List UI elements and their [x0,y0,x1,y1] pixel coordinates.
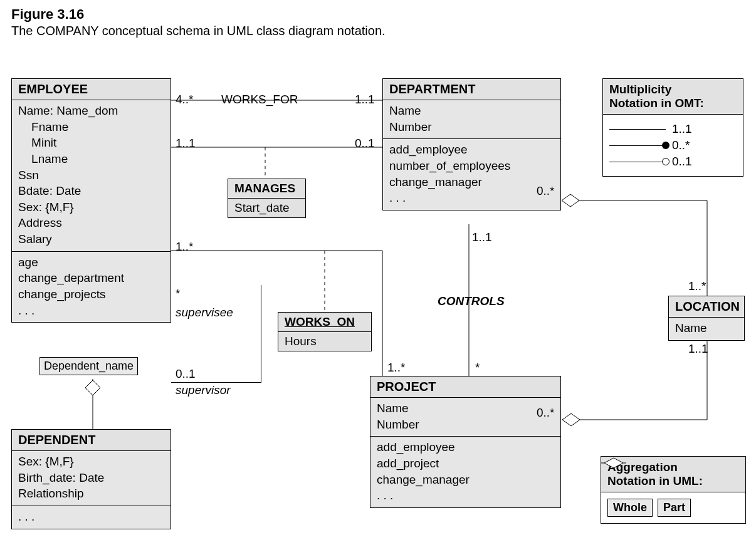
svg-marker-15 [604,458,623,468]
assoc-class-title: MANAGES [228,179,305,199]
qualifier-dependent-name: Dependent_name [39,357,138,375]
attr: Number [389,119,554,135]
class-operations: . . . [12,506,171,529]
attr: Sex: {M,F} [18,199,164,215]
class-title: EMPLOYEE [12,79,171,100]
mult-projloc-proj: 0..* [537,406,555,420]
svg-marker-14 [85,380,100,395]
figure-caption: The COMPANY conceptual schema in UML cla… [11,24,745,38]
attr: Birth_date: Date [18,470,164,486]
assoc-class-works-on: WORKS_ON Hours [278,312,372,351]
legend-uml-aggregation: Aggregation Notation in UML: Whole Part [601,456,746,524]
mult-controls-dept: 1..1 [472,231,492,244]
attr: Fname [18,119,164,135]
attr: Lname [18,151,164,167]
class-project: PROJECT Name Number add_employee add_pro… [370,376,561,508]
mult-deptloc-loc: 1..* [688,279,706,293]
op: add_employee [377,439,554,455]
class-title: PROJECT [370,376,560,398]
mult-works-on-proj: 1..* [387,361,406,375]
attr: Name [389,103,554,119]
class-dependent: DEPENDENT Sex: {M,F} Birth_date: Date Re… [11,429,171,529]
legend-row: 0..1 [609,155,737,169]
legend-title: Multiplicity Notation in OMT: [603,79,743,115]
mult-supervisor: 0..1 [176,367,196,381]
legend-title-line: Multiplicity [609,83,737,96]
mult-manages-dept: 0..1 [355,137,375,150]
op: age [18,254,164,271]
legend-row: 1..1 [609,122,737,136]
assoc-class-manages: MANAGES Start_date [228,179,306,218]
mult-works-for-dept: 1..1 [355,93,375,106]
class-title: DEPENDENT [12,430,171,451]
class-attributes: Name Number [370,398,560,437]
attr: Number [377,417,554,433]
legend-value: 1..1 [672,122,692,136]
legend-row: 0..* [609,138,737,152]
role-label-supervisee: supervisee [176,306,233,319]
op: add_project [377,455,554,472]
class-department: DEPARTMENT Name Number add_employee numb… [382,78,561,210]
assoc-class-attr: Start_date [228,199,305,217]
op: add_employee [389,142,554,158]
attr: Salary [18,231,164,247]
class-employee: EMPLOYEE Name: Name_dom Fname Minit Lnam… [11,78,171,323]
op: . . . [18,303,164,319]
op: . . . [18,509,164,525]
op: number_of_employees [389,158,554,174]
attr: Bdate: Date [18,183,164,199]
class-title: DEPARTMENT [383,79,560,100]
legend-body: 1..1 0..* 0..1 [603,115,743,176]
mult-projloc-loc: 1..1 [688,342,708,356]
class-attributes: Name Number [383,100,560,139]
class-operations: add_employee add_project change_manager … [370,437,560,507]
legend-value: 0..* [672,138,690,152]
attr: Relationship [18,485,164,502]
assoc-label-controls: CONTROLS [438,294,505,308]
legend-title-line: Notation in OMT: [609,96,737,110]
op: . . . [377,487,554,504]
op: change_manager [389,174,554,190]
legend-value: 0..1 [672,155,692,169]
assoc-class-title: WORKS_ON [278,313,371,332]
attr: Name: Name_dom [18,103,164,119]
class-attributes: Sex: {M,F} Birth_date: Date Relationship [12,451,171,506]
mult-deptloc-dept: 0..* [537,184,555,198]
legend-body: Whole Part [601,492,745,523]
mult-manages-emp: 1..1 [176,137,196,150]
mult-works-for-emp: 4..* [176,93,194,106]
op: change_department [18,270,164,286]
op: change_manager [377,472,554,488]
attr: Name [377,400,554,417]
assoc-class-attr: Hours [278,332,371,351]
svg-marker-12 [562,413,580,426]
mult-supervisee: * [176,287,180,301]
mult-controls-proj: * [475,361,480,375]
class-location: LOCATION Name [668,296,745,341]
op: change_projects [18,286,164,303]
attr: Minit [18,135,164,151]
op: . . . [389,190,554,206]
attr: Name [675,320,738,336]
class-operations: add_employee number_of_employees change_… [383,139,560,210]
svg-marker-9 [562,194,579,207]
class-operations: age change_department change_projects . … [12,252,171,323]
class-attributes: Name [669,318,744,340]
class-attributes: Name: Name_dom Fname Minit Lname Ssn Bda… [12,100,171,252]
class-title: LOCATION [669,296,744,318]
role-label-supervisor: supervisor [176,383,231,397]
attr: Sex: {M,F} [18,454,164,470]
diamond-icon [601,457,745,523]
legend-omt-multiplicity: Multiplicity Notation in OMT: 1..1 0..* … [602,78,743,177]
diagram-canvas: EMPLOYEE Name: Name_dom Fname Minit Lnam… [11,69,745,532]
assoc-label-works-for: WORKS_FOR [221,93,298,106]
attr: Ssn [18,167,164,184]
figure-number: Figure 3.16 [11,6,745,23]
attr: Address [18,215,164,231]
mult-works-on-emp: 1..* [176,240,194,254]
